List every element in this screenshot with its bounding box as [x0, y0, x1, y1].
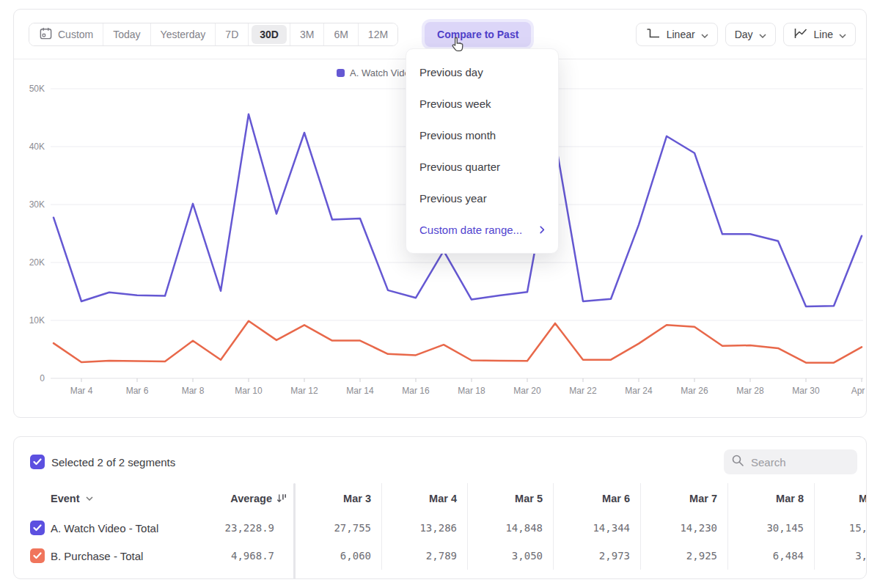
x-axis-label: Mar 28: [736, 386, 764, 396]
table-cell: 14,848: [468, 514, 554, 542]
x-axis-label: Mar 4: [70, 386, 93, 396]
x-axis-label: Apr 1: [851, 386, 867, 396]
table-cell: 30,145: [728, 514, 815, 542]
date-column-header[interactable]: Mar 7: [641, 483, 728, 514]
date-column-header[interactable]: Mar 5: [468, 483, 554, 514]
range-label: 7D: [225, 29, 238, 40]
chevron-down-icon: [839, 29, 846, 40]
y-axis-label: 50K: [29, 84, 45, 94]
x-axis-label: Mar 18: [458, 386, 485, 396]
date-column-header[interactable]: Mar 3: [293, 483, 382, 514]
menu-item-previous-year[interactable]: Previous year: [406, 183, 558, 214]
compare-to-past-menu: Previous dayPrevious weekPrevious monthP…: [406, 48, 559, 254]
row-label: A. Watch Video - Total: [51, 522, 158, 534]
sort-descending-icon: [276, 493, 287, 504]
table-row: B. Purchase - Total4,968.76,0602,7893,05…: [14, 542, 866, 570]
selection-row: Selected 2 of 2 segments: [14, 450, 866, 474]
selection-summary: Selected 2 of 2 segments: [51, 456, 175, 468]
segments-table-card: Selected 2 of 2 segments Event Average: [13, 436, 867, 579]
compare-to-past-button[interactable]: Compare to Past: [425, 22, 531, 47]
row-label: B. Purchase - Total: [51, 550, 143, 562]
menu-item-custom-date-range[interactable]: Custom date range...: [406, 214, 558, 246]
calendar-icon: [39, 26, 53, 43]
y-axis-label: 40K: [29, 142, 45, 152]
menu-item-previous-month[interactable]: Previous month: [406, 120, 558, 151]
chevron-down-icon: [86, 496, 93, 501]
legend-swatch: [337, 69, 345, 77]
table-cell: 3,050: [468, 542, 554, 570]
scale-dropdown[interactable]: Linear: [636, 23, 718, 46]
scale-label: Linear: [667, 29, 695, 40]
range-6m[interactable]: 6M: [323, 23, 357, 45]
line-chart-icon: [793, 27, 808, 42]
menu-item-previous-week[interactable]: Previous week: [406, 88, 558, 120]
y-axis-label: 0: [40, 373, 45, 383]
table-cell: 2,973: [554, 542, 641, 570]
range-label: Custom: [58, 29, 93, 40]
chart-type-dropdown[interactable]: Line: [783, 23, 856, 46]
selected-range-pill: 30D: [252, 25, 287, 44]
x-axis-label: Mar 26: [681, 386, 708, 396]
range-label: 6M: [334, 29, 348, 40]
range-label: 12M: [368, 29, 388, 40]
date-range-segmented-control: CustomTodayYesterday7D30D3M6M12M: [29, 23, 398, 46]
range-yesterday[interactable]: Yesterday: [150, 23, 216, 45]
search-box: [724, 449, 857, 474]
menu-item-previous-day[interactable]: Previous day: [406, 56, 558, 88]
table-cell: 3,: [815, 542, 867, 570]
x-axis-label: Mar 8: [182, 386, 205, 396]
table-cell: 13,286: [382, 514, 468, 542]
range-label: Today: [113, 29, 140, 40]
date-column-header[interactable]: Mar 8: [728, 483, 815, 514]
select-all-checkbox[interactable]: [30, 455, 45, 469]
table-header-row: Event Average Mar 3Mar 4Mar 5Mar 6Mar 7M…: [14, 483, 866, 514]
range-7d[interactable]: 7D: [215, 23, 248, 45]
y-axis-label: 20K: [29, 257, 45, 268]
chevron-down-icon: [701, 29, 708, 40]
table-cell: 6,484: [728, 542, 815, 570]
chevron-right-icon: [540, 224, 545, 236]
series-line-b-purchase: [54, 321, 862, 363]
table-cell: 2,925: [641, 542, 728, 570]
range-30d[interactable]: 30D: [248, 23, 290, 45]
table-cell: 15,: [815, 514, 867, 542]
row-average-value: 4,968.7: [231, 550, 274, 562]
row-checkbox[interactable]: [30, 548, 45, 563]
date-column-header[interactable]: M: [815, 483, 867, 514]
y-axis-label: 30K: [29, 199, 45, 210]
table-cell: 14,344: [554, 514, 641, 542]
x-axis-label: Mar 22: [569, 386, 597, 396]
search-icon: [731, 454, 744, 470]
range-today[interactable]: Today: [103, 23, 150, 45]
x-axis-label: Mar 12: [290, 386, 318, 396]
menu-item-previous-quarter[interactable]: Previous quarter: [406, 151, 558, 183]
x-axis-label: Mar 24: [625, 386, 653, 396]
range-label: Yesterday: [161, 29, 206, 40]
row-left-section: B. Purchase - Total4,968.7: [14, 542, 293, 570]
table-row: A. Watch Video - Total23,228.927,75513,2…: [14, 514, 866, 542]
legend-item-a-watch-video[interactable]: A. Watch Video: [337, 67, 415, 78]
interval-dropdown[interactable]: Day: [725, 23, 776, 46]
search-input[interactable]: [751, 456, 846, 468]
table-cell: 2,789: [382, 542, 468, 570]
event-column-header[interactable]: Event: [51, 493, 93, 504]
custom-date-range-label: Custom date range...: [419, 224, 522, 236]
table-cell: 6,060: [293, 542, 382, 570]
table-cell: 14,230: [641, 514, 728, 542]
average-column-header[interactable]: Average: [230, 493, 287, 504]
range-custom[interactable]: Custom: [29, 23, 103, 45]
column-resize-handle[interactable]: [293, 483, 296, 579]
date-column-header[interactable]: Mar 4: [382, 483, 468, 514]
chevron-down-icon: [759, 29, 766, 40]
interval-label: Day: [735, 29, 753, 40]
table-cell: 27,755: [293, 514, 382, 542]
y-axis-label: 10K: [29, 315, 45, 326]
chart-type-label: Line: [814, 29, 833, 40]
linear-axis-icon: [645, 27, 661, 42]
range-12m[interactable]: 12M: [358, 23, 397, 45]
row-checkbox[interactable]: [30, 521, 45, 535]
date-column-header[interactable]: Mar 6: [554, 483, 641, 514]
x-axis-label: Mar 10: [235, 386, 263, 396]
chart-display-controls: Linear Day Line: [636, 23, 856, 46]
range-3m[interactable]: 3M: [290, 23, 323, 45]
